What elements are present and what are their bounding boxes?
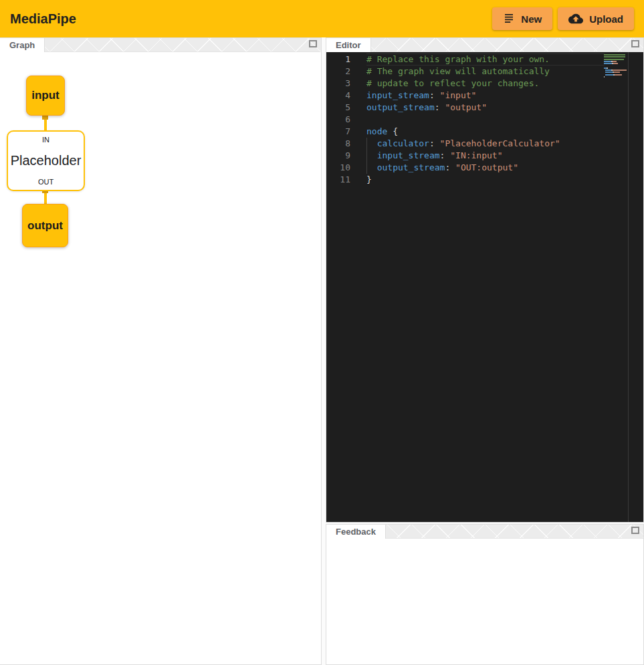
code-text: input_stream: "input" <box>366 90 476 102</box>
code-text: } <box>366 174 372 186</box>
graph-panel: Graph input IN Placeholder OUT output <box>0 37 322 665</box>
editor-line[interactable]: 5output_stream: "output" <box>326 102 643 114</box>
tab-editor[interactable]: Editor <box>326 38 371 52</box>
minimap-line <box>604 68 628 69</box>
editor-line[interactable]: 10 output_stream: "OUT:output" <box>326 162 643 174</box>
line-number: 9 <box>326 150 350 162</box>
maximize-icon[interactable] <box>309 40 317 47</box>
editor-tabstrip: Editor <box>326 38 643 52</box>
tab-feedback[interactable]: Feedback <box>326 525 386 539</box>
editor-line[interactable]: 2# The graph view will automatically <box>326 65 643 78</box>
editor-line[interactable]: 8 calculator: "PlaceholderCalculator" <box>326 138 643 150</box>
line-number: 7 <box>326 126 350 138</box>
minimap-line <box>604 72 628 73</box>
minimap-line <box>604 70 628 71</box>
upload-button[interactable]: Upload <box>558 7 634 30</box>
line-number: 8 <box>326 138 350 150</box>
node-output-label: output <box>27 219 63 233</box>
code-text: input_stream: "IN:input" <box>366 150 503 162</box>
code-editor[interactable]: 1# Replace this graph with your own.2# T… <box>326 52 643 522</box>
tab-graph[interactable]: Graph <box>0 38 45 52</box>
placeholder-out-port-label: OUT <box>38 178 53 186</box>
editor-line[interactable]: 4input_stream: "input" <box>326 90 643 102</box>
line-number: 5 <box>326 102 350 114</box>
minimap-line <box>604 61 628 62</box>
editor-line[interactable]: 7node { <box>326 126 643 138</box>
placeholder-in-port-label: IN <box>42 136 49 144</box>
node-output[interactable]: output <box>22 204 68 247</box>
code-text: output_stream: "OUT:output" <box>366 162 518 174</box>
editor-code-rows: 1# Replace this graph with your own.2# T… <box>326 52 643 186</box>
feedback-tabstrip: Feedback <box>326 525 643 539</box>
minimap-line <box>604 63 628 64</box>
editor-line[interactable]: 9 input_stream: "IN:input" <box>326 150 643 162</box>
minimap-line <box>604 76 628 78</box>
minimap-line <box>604 59 628 60</box>
code-text: node { <box>366 126 398 138</box>
new-button[interactable]: New <box>492 7 552 30</box>
feedback-content[interactable] <box>326 539 643 664</box>
subject-icon <box>503 13 515 25</box>
graph-canvas[interactable]: input IN Placeholder OUT output <box>0 52 321 664</box>
app-title: MediaPipe <box>10 11 76 27</box>
maximize-icon[interactable] <box>631 40 639 47</box>
code-text: # The graph view will automatically <box>366 65 550 78</box>
upload-button-label: Upload <box>589 13 623 25</box>
line-number: 11 <box>326 174 350 186</box>
line-number: 10 <box>326 162 350 174</box>
editor-line[interactable]: 11} <box>326 174 643 186</box>
minimap-line <box>604 74 628 76</box>
node-input[interactable]: input <box>26 76 65 116</box>
code-text: output_stream: "output" <box>366 102 487 114</box>
code-text: # update to reflect your changes. <box>366 78 539 90</box>
node-placeholder[interactable]: IN Placeholder OUT <box>7 130 85 191</box>
placeholder-title: Placeholder <box>11 153 82 168</box>
editor-panel: Editor 1# Replace this graph with your o… <box>326 37 644 523</box>
line-number: 4 <box>326 90 350 102</box>
editor-line[interactable]: 6 <box>326 114 643 126</box>
minimap[interactable] <box>604 54 628 78</box>
new-button-label: New <box>521 13 542 25</box>
app-header: MediaPipe New Upload <box>0 0 644 37</box>
cloud-upload-icon <box>568 11 583 26</box>
editor-line[interactable]: 1# Replace this graph with your own. <box>326 53 643 65</box>
graph-tabstrip: Graph <box>0 38 321 52</box>
minimap-line <box>604 65 628 66</box>
minimap-right-border <box>628 52 629 522</box>
minimap-line <box>604 54 628 55</box>
line-number: 6 <box>326 114 350 126</box>
minimap-line <box>604 56 628 57</box>
maximize-icon[interactable] <box>631 527 639 534</box>
line-number: 2 <box>326 65 350 78</box>
node-input-label: input <box>31 89 60 102</box>
editor-line[interactable]: 3# update to reflect your changes. <box>326 78 643 90</box>
line-number: 3 <box>326 78 350 90</box>
line-number: 1 <box>326 53 350 65</box>
feedback-panel: Feedback <box>326 524 644 665</box>
code-text: calculator: "PlaceholderCalculator" <box>366 138 560 150</box>
code-text: # Replace this graph with your own. <box>366 53 550 65</box>
